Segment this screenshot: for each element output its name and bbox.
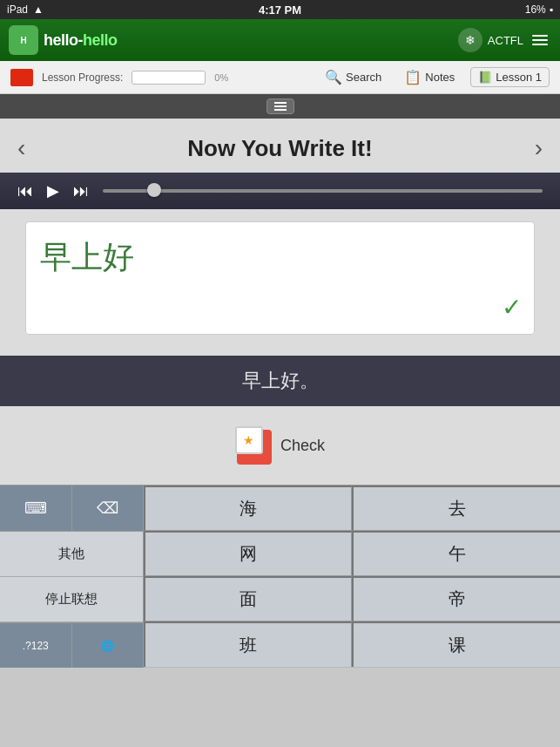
next-button[interactable]: › [535,134,543,162]
notes-label: Notes [425,71,455,84]
char-key-4[interactable]: 面 [144,576,352,621]
keyboard-right: 海 去 网 午 面 帝 班 课 [144,486,560,668]
writing-text: 早上好 [40,240,134,275]
notes-button[interactable]: 📋 Notes [397,65,462,89]
status-left: iPad ▲ [7,3,44,16]
audio-bar: ⏮ ▶ ⏭ [0,173,560,209]
progress-label: Lesson Progress: [42,71,123,84]
number-key[interactable]: .?123 [0,622,72,668]
answer-bar: 早上好。 [0,356,560,406]
rewind-button[interactable]: ⏮ [17,182,33,200]
lesson-button[interactable]: 📗 Lesson 1 [470,67,550,87]
audio-slider[interactable] [103,188,543,194]
char-key-1[interactable]: 去 [352,486,560,531]
audio-thumb [147,183,161,197]
star-icon: ★ [243,433,254,447]
logo-word1: hello- [44,31,83,49]
menu-button[interactable] [529,31,551,49]
subtitle-bar [0,94,560,119]
progress-percent: 0% [214,72,228,83]
notes-icon: 📋 [404,69,422,85]
hamburger-button[interactable] [267,98,294,114]
keyboard-icon-key[interactable]: ⌨ [0,486,72,531]
lesson-label: Lesson 1 [496,71,542,84]
search-button[interactable]: 🔍 Search [318,65,388,89]
checkmark-icon: ✓ [502,293,522,322]
fast-forward-button[interactable]: ⏭ [73,182,89,200]
logo-word2: hello [83,31,118,49]
logo-area: H hello-hello [9,25,118,55]
check-icon-overlay: ★ [235,426,263,454]
kb-bottom-row: .?123 🌐 [0,622,143,668]
actfl-icon: ❄ [458,28,482,52]
title-row: ‹ Now You Write It! › [0,127,560,173]
prev-button[interactable]: ‹ [17,134,25,162]
flag-icon [10,69,33,86]
char-key-5[interactable]: 帝 [352,576,560,621]
check-label: Check [280,437,325,455]
nav-right: ❄ ACTFL [458,28,551,52]
app-icon: H [9,25,38,55]
keyboard-left: ⌨ ⌫ 其他 停止联想 .?123 🌐 [0,486,144,668]
char-key-3[interactable]: 午 [352,531,560,576]
stop-predict-key[interactable]: 停止联想 [0,577,143,622]
writing-area[interactable]: 早上好 ✓ [25,221,535,335]
other-key[interactable]: 其他 [0,532,143,577]
device-label: iPad [7,3,28,16]
char-key-6[interactable]: 班 [144,621,352,667]
time-display: 4:17 PM [259,3,301,17]
play-button[interactable]: ▶ [47,181,59,200]
status-right: 16% ▪ [525,3,553,16]
battery-icon: ▪ [550,3,553,16]
status-bar: iPad ▲ 4:17 PM 16% ▪ [0,0,560,19]
delete-key[interactable]: ⌫ [72,486,144,531]
kb-top-row: ⌨ ⌫ [0,486,143,532]
keyboard-area: ⌨ ⌫ 其他 停止联想 .?123 🌐 海 去 网 午 面 帝 班 课 [0,485,560,668]
lesson-icon: 📗 [478,71,492,84]
check-area: ★ Check [0,406,560,485]
lesson-bar: Lesson Progress: 0% 🔍 Search 📋 Notes 📗 L… [0,61,560,94]
top-nav: H hello-hello ❄ ACTFL [0,19,560,61]
char-key-7[interactable]: 课 [352,621,560,667]
search-icon: 🔍 [325,69,342,85]
actfl-label: ACTFL [488,34,523,47]
audio-track [103,189,543,193]
globe-key[interactable]: 🌐 [72,622,144,668]
char-key-2[interactable]: 网 [144,531,352,576]
battery-label: 16% [525,3,546,16]
check-button[interactable]: ★ Check [235,426,325,465]
wifi-icon: ▲ [33,3,44,16]
check-icon: ★ [235,426,273,465]
progress-bar [132,71,206,85]
answer-text: 早上好。 [242,370,319,391]
logo-text: hello-hello [44,31,118,50]
char-key-0[interactable]: 海 [144,486,352,531]
page-title: Now You Write It! [25,135,534,162]
main-content: ‹ Now You Write It! › ⏮ ▶ ⏭ 早上好 ✓ [0,119,560,356]
search-label: Search [346,71,381,84]
